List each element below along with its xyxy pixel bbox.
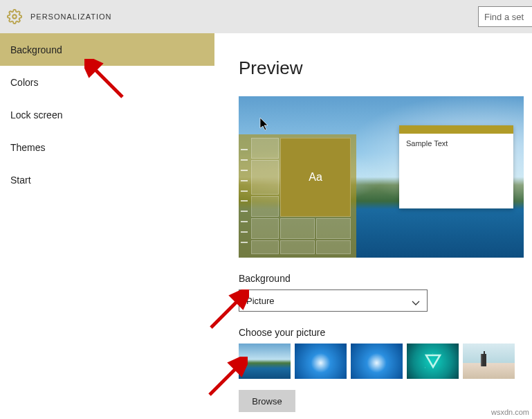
sidebar-item-themes[interactable]: Themes xyxy=(0,131,214,163)
browse-button[interactable]: Browse xyxy=(239,390,295,412)
sidebar-item-start[interactable]: Start xyxy=(0,163,214,196)
sidebar-item-lock-screen[interactable]: Lock screen xyxy=(0,98,214,131)
picture-thumb-1[interactable] xyxy=(239,344,291,379)
gear-icon xyxy=(7,9,22,24)
svg-point-0 xyxy=(12,15,17,19)
background-dropdown[interactable]: Picture xyxy=(239,289,428,312)
preview-window: Sample Text xyxy=(399,125,513,208)
preview-heading: Preview xyxy=(239,57,532,79)
picture-thumb-4[interactable] xyxy=(407,344,459,379)
preview-start-tiles: Aa xyxy=(251,134,356,258)
sidebar-item-colors[interactable]: Colors xyxy=(0,66,214,98)
sidebar-item-label: Lock screen xyxy=(10,109,62,121)
sidebar-item-label: Colors xyxy=(10,77,38,88)
chevron-down-icon xyxy=(412,298,420,303)
svg-marker-1 xyxy=(426,355,440,367)
dropdown-value: Picture xyxy=(246,296,274,306)
cursor-icon xyxy=(259,117,269,131)
preview-tile-aa: Aa xyxy=(280,138,351,217)
search-input[interactable]: Find a set xyxy=(478,6,532,27)
picture-thumb-3[interactable] xyxy=(351,344,403,379)
preview-window-text: Sample Text xyxy=(406,139,448,148)
picture-thumb-5[interactable] xyxy=(463,344,515,379)
sidebar-item-label: Start xyxy=(10,175,31,186)
choose-picture-label: Choose your picture xyxy=(239,327,532,338)
search-placeholder: Find a set xyxy=(484,12,524,22)
page-title: PERSONALIZATION xyxy=(30,12,111,21)
watermark: wsxdn.com xyxy=(491,408,529,416)
sidebar-item-label: Themes xyxy=(10,142,46,153)
sidebar-item-background[interactable]: Background xyxy=(0,33,214,66)
settings-header: PERSONALIZATION Find a set xyxy=(0,0,532,33)
sidebar: Background Colors Lock screen Themes Sta… xyxy=(0,33,214,419)
background-label: Background xyxy=(239,273,532,284)
desktop-preview: Aa Sample Text xyxy=(239,96,524,258)
sidebar-item-label: Background xyxy=(10,44,62,55)
browse-button-label: Browse xyxy=(252,396,282,407)
picture-thumbnails xyxy=(239,344,532,379)
picture-thumb-2[interactable] xyxy=(295,344,347,379)
content-area: Preview Aa Sample Text Background Pictur… xyxy=(214,33,532,419)
preview-start-nav xyxy=(239,134,251,258)
preview-start-menu: Aa xyxy=(239,134,356,258)
